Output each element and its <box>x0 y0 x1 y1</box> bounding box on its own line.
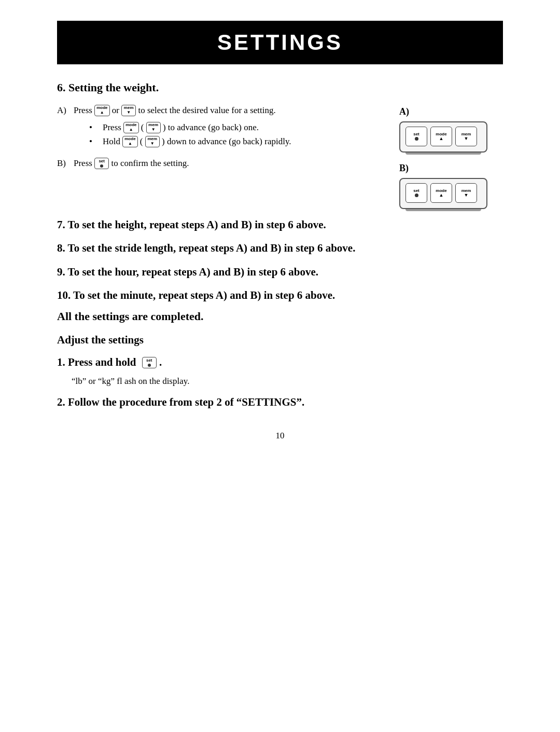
step-b-press: Press <box>74 158 94 168</box>
mem-key-inline-a: mem ▼ <box>121 105 136 116</box>
mode-key-bullet2: mode ▲ <box>122 136 137 147</box>
bullet2: Hold mode ▲ ( mem ▼ <box>89 134 291 148</box>
adjust-heading: Adjust the settings <box>57 334 503 347</box>
step-a-or: or <box>112 105 119 115</box>
bullet1: Press mode ▲ ( mem ▼ <box>89 120 291 134</box>
set-key-adjust1: set <box>142 357 157 368</box>
mode-key-inline-a: mode ▲ <box>94 105 109 116</box>
step-a: A) Press mode ▲ or mem ▼ <box>57 104 389 153</box>
page-number: 10 <box>57 431 503 441</box>
all-settings-text: All the settings are completed. <box>57 310 503 323</box>
adjust-step1-line: 1. Press and hold set . <box>57 355 503 370</box>
diagram-a: A) set mode ▲ mem ▼ <box>399 106 503 153</box>
adjust-step1-sub: “lb” or “kg” fl ash on the display. <box>72 376 503 386</box>
section6-content: A) Press mode ▲ or mem ▼ <box>57 104 503 209</box>
step10: 10. To set the minute, repeat steps A) a… <box>57 288 503 303</box>
set-key-inline-b: set <box>94 158 109 169</box>
bullet2-hold: Hold <box>103 136 122 146</box>
mem-key-bullet1: mem ▼ <box>146 122 161 133</box>
bullet-list-6a: Press mode ▲ ( mem ▼ <box>74 120 291 148</box>
title-bar: SETTINGS <box>57 21 503 64</box>
page-container: SETTINGS 6. Setting the weight. A) Press… <box>57 0 503 472</box>
bullet1-press: Press <box>103 122 123 132</box>
set-button-a: set <box>405 127 427 146</box>
adjust-step1-text: 1. Press and hold <box>57 356 136 368</box>
diagrams-area: A) set mode ▲ mem ▼ <box>399 104 503 209</box>
mode-button-b: mode ▲ <box>430 183 452 203</box>
diagram-b-label: B) <box>399 163 503 174</box>
step-b: B) Press set to confirm the setting. <box>57 157 389 170</box>
mode-button-a: mode ▲ <box>430 127 452 146</box>
mem-button-a: mem ▼ <box>455 127 477 146</box>
mem-key-bullet2: mem ▼ <box>145 136 160 147</box>
section6-instructions: A) Press mode ▲ or mem ▼ <box>57 104 389 209</box>
diagram-b: B) set mode ▲ mem ▼ <box>399 163 503 209</box>
mem-button-b: mem ▼ <box>455 183 477 203</box>
page-title: SETTINGS <box>57 30 503 55</box>
step-a-press: Press <box>74 105 92 115</box>
step8: 8. To set the stride length, repeat step… <box>57 241 503 256</box>
set-button-b: set <box>405 183 427 203</box>
adjust-step2: 2. Follow the procedure from step 2 of “… <box>57 395 503 410</box>
button-panel-a: set mode ▲ mem ▼ <box>399 121 487 153</box>
step-list-6: A) Press mode ▲ or mem ▼ <box>57 104 389 170</box>
step-a-rest: to select the desired value for a settin… <box>138 105 275 115</box>
step9: 9. To set the hour, repeat steps A) and … <box>57 265 503 280</box>
section6-heading: 6. Setting the weight. <box>57 81 503 94</box>
step7: 7. To set the height, repeat steps A) an… <box>57 217 503 232</box>
diagram-a-label: A) <box>399 106 503 117</box>
mode-key-bullet1: mode ▲ <box>123 122 138 133</box>
step-b-rest: to confirm the setting. <box>111 158 189 168</box>
button-panel-b: set mode ▲ mem ▼ <box>399 178 487 209</box>
